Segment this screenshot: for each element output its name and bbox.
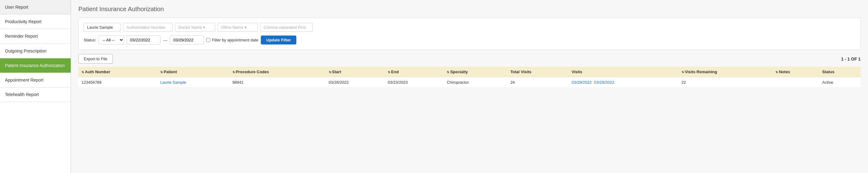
- doctor-name-input[interactable]: [175, 23, 215, 32]
- sidebar-item-telehealth-report[interactable]: Telehealth Report: [0, 87, 71, 102]
- cell-patient-link[interactable]: Laurie Sample: [160, 80, 186, 85]
- cell-notes: [772, 77, 819, 88]
- sidebar-item-patient-insurance-auth[interactable]: Patient Insurance Authorization: [0, 58, 71, 73]
- auth-number-input[interactable]: [123, 23, 173, 32]
- col-total-visits: Total Visits: [507, 67, 568, 77]
- sidebar-item-user-report[interactable]: User Report: [0, 0, 71, 15]
- record-count: 1 - 1 OF 1: [841, 57, 861, 61]
- date-to-input[interactable]: [170, 35, 204, 45]
- cell-end: 03/23/2023: [384, 77, 443, 88]
- filter-section: Status: -- All -- Active Inactive Expire…: [79, 18, 861, 50]
- filter-by-appointment-text: Filter by appointment date: [212, 38, 258, 42]
- col-visits-remaining[interactable]: ⇅Visits Remaining: [679, 67, 773, 77]
- filter-by-appointment-checkbox[interactable]: [206, 38, 210, 42]
- status-select[interactable]: -- All -- Active Inactive Expired: [98, 35, 124, 45]
- filter-row-2: Status: -- All -- Active Inactive Expire…: [84, 35, 855, 45]
- patient-name-input[interactable]: [84, 23, 121, 32]
- col-specialty[interactable]: ⇅Specialty: [443, 67, 507, 77]
- visit-link-2[interactable]: 03/29/2022: [594, 80, 614, 85]
- cell-status: Active: [819, 77, 861, 88]
- table-row: 123456789Laurie Sample9894103/28/202203/…: [79, 77, 861, 88]
- filter-by-appointment-label[interactable]: Filter by appointment date: [206, 38, 258, 42]
- main-content: Patient Insurance Authorization Status: …: [71, 0, 868, 173]
- filter-row-1: [84, 23, 855, 32]
- col-start[interactable]: ⇅Start: [326, 67, 384, 77]
- date-from-input[interactable]: [127, 35, 160, 45]
- cell-visits-remaining: 22: [679, 77, 773, 88]
- sidebar-item-productivity-report[interactable]: Productivity Report: [0, 15, 71, 29]
- cell-patient[interactable]: Laurie Sample: [157, 77, 229, 88]
- visit-link-1[interactable]: 03/29/2022: [572, 80, 592, 85]
- update-filter-button[interactable]: Update Filter: [261, 35, 296, 45]
- table-header-row: ⇅Auth Number ⇅Patient ⇅Procedure Codes ⇅…: [79, 67, 861, 77]
- col-visits: Visits: [568, 67, 679, 77]
- sidebar: User ReportProductivity ReportReminder R…: [0, 0, 71, 173]
- sidebar-item-reminder-report[interactable]: Reminder Report: [0, 29, 71, 44]
- date-separator: —: [163, 38, 167, 42]
- cell-auth-number: 123456789: [79, 77, 157, 88]
- cell-specialty: Chiropractor: [443, 77, 507, 88]
- sidebar-item-appointment-report[interactable]: Appointment Report: [0, 73, 71, 87]
- cell-procedure-codes: 98941: [229, 77, 326, 88]
- cell-start: 03/28/2022: [326, 77, 384, 88]
- export-button[interactable]: Export to File: [79, 54, 113, 64]
- col-notes[interactable]: ⇅Notes: [772, 67, 819, 77]
- col-end[interactable]: ⇅End: [384, 67, 443, 77]
- cell-visits[interactable]: 03/29/202203/29/2022: [568, 77, 679, 88]
- action-row: Export to File 1 - 1 OF 1: [79, 54, 861, 64]
- procedure-codes-input[interactable]: [260, 23, 313, 32]
- cell-total-visits: 24: [507, 77, 568, 88]
- office-name-input[interactable]: [218, 23, 258, 32]
- col-procedure-codes[interactable]: ⇅Procedure Codes: [229, 67, 326, 77]
- sidebar-item-outgoing-prescription[interactable]: Outgoing Prescription: [0, 44, 71, 58]
- col-patient[interactable]: ⇅Patient: [157, 67, 229, 77]
- col-auth-number[interactable]: ⇅Auth Number: [79, 67, 157, 77]
- status-label: Status:: [84, 38, 96, 42]
- page-title: Patient Insurance Authorization: [79, 5, 861, 13]
- results-table: ⇅Auth Number ⇅Patient ⇅Procedure Codes ⇅…: [79, 67, 861, 88]
- col-status: Status: [819, 67, 861, 77]
